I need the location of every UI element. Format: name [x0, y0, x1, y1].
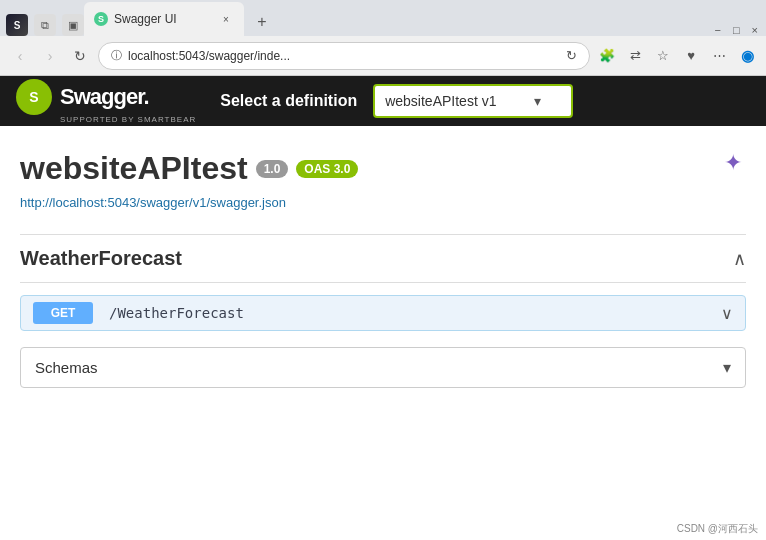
section-collapse-button[interactable]: ∧ [733, 248, 746, 270]
reload-icon: ↻ [566, 48, 577, 63]
endpoint-row-get-weatherforecast[interactable]: GET /WeatherForecast ∨ [20, 295, 746, 331]
section-header-weatherforecast: WeatherForecast ∧ [20, 234, 746, 283]
new-tab-button[interactable]: + [248, 8, 276, 36]
forward-button[interactable]: › [38, 44, 62, 68]
minimize-button[interactable]: − [714, 24, 720, 36]
api-name: websiteAPItest [20, 150, 248, 187]
swagger-supported-by: Supported by SMARTBEAR [60, 115, 196, 124]
schemas-section[interactable]: Schemas ▾ [20, 347, 746, 388]
address-bar: ‹ › ↻ ⓘ localhost:5043/swagger/inde... ↻… [0, 36, 766, 76]
sparkle-icon: ✦ [724, 150, 742, 176]
swagger-header: S Swagger. Supported by SMARTBEAR Select… [0, 76, 766, 126]
refresh-button[interactable]: ↻ [68, 44, 92, 68]
tab-close-button[interactable]: × [218, 11, 234, 27]
extensions-icon[interactable]: 🧩 [596, 45, 618, 67]
select-definition-label: Select a definition [220, 92, 357, 110]
active-tab[interactable]: S Swagger UI × [84, 2, 244, 36]
settings-icon[interactable]: ⋯ [708, 45, 730, 67]
extension-icon-2[interactable]: ▣ [62, 14, 84, 36]
lock-icon: ⓘ [111, 48, 122, 63]
main-content: ✦ websiteAPItest 1.0 OAS 3.0 http://loca… [0, 126, 766, 540]
swagger-icon: S [16, 79, 52, 115]
tab-favicon: S [94, 12, 108, 26]
ai-assistant-button[interactable]: ✦ [716, 146, 750, 180]
schemas-label: Schemas [35, 359, 723, 376]
method-badge-get: GET [33, 302, 93, 324]
address-input[interactable]: ⓘ localhost:5043/swagger/inde... ↻ [98, 42, 590, 70]
swagger-logo: S Swagger. Supported by SMARTBEAR [16, 79, 196, 124]
star-icon[interactable]: ☆ [652, 45, 674, 67]
profile-icon[interactable]: ⇄ [624, 45, 646, 67]
copilot-icon[interactable]: ◉ [736, 45, 758, 67]
dropdown-chevron-icon: ▾ [534, 93, 541, 109]
tab-strip: S ⧉ ▣ S Swagger UI × + − □ × [0, 0, 766, 36]
endpoint-expand-icon: ∨ [721, 304, 733, 323]
version-badge: 1.0 [256, 160, 289, 178]
browser-logo: S [6, 14, 28, 36]
url-text: localhost:5043/swagger/inde... [128, 49, 560, 63]
endpoint-path: /WeatherForecast [109, 305, 721, 321]
api-title-row: websiteAPItest 1.0 OAS 3.0 [20, 150, 746, 187]
close-button[interactable]: × [752, 24, 758, 36]
watermark: CSDN @河西石头 [677, 522, 758, 536]
toolbar-icons: 🧩 ⇄ ☆ ♥ ⋯ ◉ [596, 45, 758, 67]
back-button[interactable]: ‹ [8, 44, 32, 68]
selected-definition: websiteAPItest v1 [385, 93, 496, 109]
oas-badge: OAS 3.0 [296, 160, 358, 178]
section-title: WeatherForecast [20, 247, 182, 270]
swagger-json-link[interactable]: http://localhost:5043/swagger/v1/swagger… [20, 195, 746, 210]
definition-dropdown[interactable]: websiteAPItest v1 ▾ [373, 84, 573, 118]
schemas-dropdown-icon: ▾ [723, 358, 731, 377]
browser-window: S ⧉ ▣ S Swagger UI × + − □ × ‹ › ↻ ⓘ loc… [0, 0, 766, 540]
swagger-brand: Swagger. [60, 84, 149, 110]
tab-title: Swagger UI [114, 12, 177, 26]
maximize-button[interactable]: □ [733, 24, 740, 36]
window-controls: − □ × [714, 24, 766, 36]
collection-icon[interactable]: ♥ [680, 45, 702, 67]
extension-icon-1[interactable]: ⧉ [34, 14, 56, 36]
